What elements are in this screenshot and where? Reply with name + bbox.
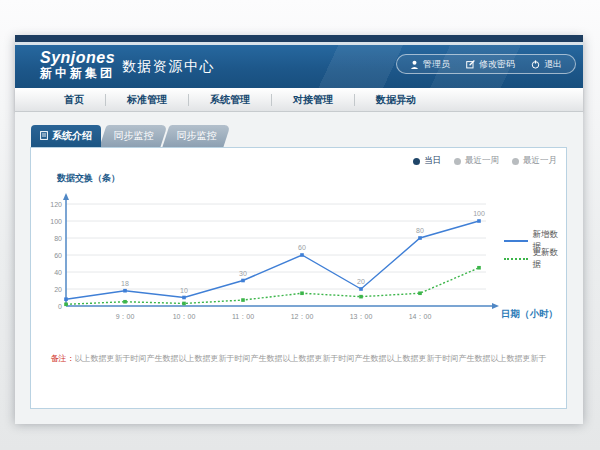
svg-text:60: 60 [298,244,306,251]
document-icon [40,131,48,142]
logout-icon [531,60,540,69]
nav-item-system-mgmt[interactable]: 系统管理 [189,93,271,107]
svg-text:18: 18 [121,280,129,287]
svg-text:13：00: 13：00 [350,313,373,320]
y-axis-title: 数据交换（条） [57,172,120,185]
chart-panel: 当日 最近一周 最近一月 数据交换（条） 0204060801001209：00… [30,147,567,409]
svg-text:12：00: 12：00 [291,313,314,320]
app-window: Synjones 新中新集团 数据资源中心 管理员 修改密码 [15,35,583,421]
svg-text:10: 10 [180,287,188,294]
chart-legend: 新增数据 更新数据 [504,232,566,268]
tab-sync-monitor-2[interactable]: 同步监控 [166,125,227,147]
radio-last-month[interactable]: 最近一月 [512,155,557,167]
user-actions-bar: 管理员 修改密码 退出 [396,54,576,74]
tab-system-intro[interactable]: 系统介绍 [31,125,101,147]
svg-text:80: 80 [54,235,62,242]
logout-button[interactable]: 退出 [531,58,562,71]
desktop-background: Synjones 新中新集团 数据资源中心 管理员 修改密码 [0,0,600,450]
tab-label: 系统介绍 [52,129,92,143]
radio-label: 当日 [424,155,441,167]
window-top-accent [15,35,583,42]
tab-sync-monitor-1[interactable]: 同步监控 [103,125,164,147]
page-title: 数据资源中心 [122,58,215,76]
main-nav: 首页 标准管理 系统管理 对接管理 数据异动 [15,88,583,112]
svg-text:20: 20 [54,286,62,293]
radio-dot-icon [512,158,519,165]
radio-label: 最近一月 [523,155,557,167]
svg-text:0: 0 [58,303,62,310]
legend-label: 更新数据 [533,247,566,271]
svg-text:100: 100 [50,218,62,225]
brand-name: Synjones [40,49,115,66]
svg-text:80: 80 [416,227,424,234]
user-icon [410,60,419,69]
line-chart: 0204060801001209：0010：0011：0012：0013：001… [46,193,566,328]
nav-item-interface-mgmt[interactable]: 对接管理 [272,93,354,107]
svg-text:20: 20 [357,278,365,285]
svg-text:120: 120 [50,201,62,208]
radio-today[interactable]: 当日 [413,155,441,167]
x-axis-title: 日期（小时） [501,308,558,321]
radio-label: 最近一周 [465,155,499,167]
user-menu-label: 管理员 [423,58,450,71]
legend-item-updated-data: 更新数据 [504,250,566,268]
nav-item-standard-mgmt[interactable]: 标准管理 [106,93,188,107]
svg-text:11：00: 11：00 [232,313,254,320]
svg-text:14：00: 14：00 [409,313,432,320]
svg-text:60: 60 [54,252,62,259]
app-header: Synjones 新中新集团 数据资源中心 管理员 修改密码 [15,45,583,88]
brand-logo: Synjones 新中新集团 [40,49,115,80]
radio-dot-icon [413,158,420,165]
radio-last-week[interactable]: 最近一周 [454,155,499,167]
user-menu-button[interactable]: 管理员 [410,58,450,71]
edit-icon [466,60,475,69]
svg-text:9：00: 9：00 [116,313,135,320]
svg-text:40: 40 [54,269,62,276]
nav-item-data-change[interactable]: 数据异动 [355,93,437,107]
tab-label: 同步监控 [114,129,154,143]
radio-dot-icon [454,158,461,165]
change-password-label: 修改密码 [479,58,515,71]
footnote: 备注：以上数据更新于时间产生数据以上数据更新于时间产生数据以上数据更新于时间产生… [31,353,566,364]
nav-item-home[interactable]: 首页 [43,93,105,107]
brand-subtitle: 新中新集团 [40,66,115,80]
svg-text:10：00: 10：00 [173,313,196,320]
footnote-prefix: 备注： [51,354,75,363]
svg-text:100: 100 [473,210,485,217]
logout-label: 退出 [544,58,562,71]
range-filters: 当日 最近一周 最近一月 [413,155,557,167]
tab-label: 同步监控 [177,129,217,143]
footnote-text: 以上数据更新于时间产生数据以上数据更新于时间产生数据以上数据更新于时间产生数据以… [75,354,547,363]
tab-bar: 系统介绍 同步监控 同步监控 [31,125,227,147]
svg-text:30: 30 [239,270,247,277]
change-password-button[interactable]: 修改密码 [466,58,515,71]
content-area: 系统介绍 同步监控 同步监控 当日 最近一周 [15,112,583,424]
green-dotted-sample-icon [504,258,528,260]
blue-line-sample-icon [504,240,528,242]
